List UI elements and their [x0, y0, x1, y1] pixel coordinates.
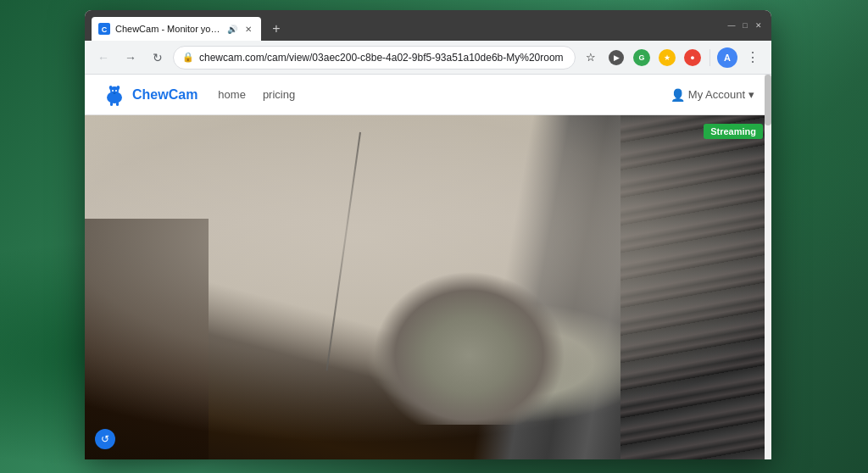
address-bar[interactable]: 🔒 chewcam.com/cam/view/03aec200-c8be-4a0… [173, 46, 576, 70]
ext-green-icon: G [633, 49, 650, 66]
nav-bar: ← → ↻ 🔒 chewcam.com/cam/view/03aec200-c8… [85, 41, 771, 75]
svg-point-10 [114, 92, 116, 94]
site-header-right: 👤 My Account ▾ [670, 88, 754, 102]
video-frame: Streaming ↺ [85, 115, 771, 459]
ext-green-button[interactable]: G [630, 46, 654, 70]
site-header: ChewCam home pricing 👤 My Account ▾ [85, 75, 771, 115]
my-account-label: My Account [688, 88, 745, 101]
my-account-button[interactable]: My Account ▾ [688, 88, 754, 101]
active-tab[interactable]: C ChewCam - Monitor your p... 🔊 ✕ [92, 17, 261, 41]
tab-favicon: C [98, 23, 110, 35]
svg-text:C: C [102, 25, 108, 34]
forward-button[interactable]: → [119, 46, 142, 70]
account-person-icon: 👤 [670, 88, 685, 102]
my-account-arrow: ▾ [748, 88, 754, 101]
svg-point-8 [112, 90, 114, 92]
ext-red-icon: ● [684, 49, 701, 66]
scrollbar-thumb[interactable] [765, 75, 771, 125]
tab-audio-icon: 🔊 [227, 25, 237, 34]
svg-rect-6 [110, 102, 113, 106]
window-controls: — □ ✕ [726, 19, 765, 31]
back-button[interactable]: ← [92, 46, 115, 70]
ext-play-button[interactable]: ▶ [604, 46, 628, 70]
scrollbar-track [765, 75, 771, 459]
svg-rect-7 [116, 102, 119, 106]
ext-star-button[interactable]: ★ [655, 46, 679, 70]
profile-avatar: A [717, 47, 737, 68]
website-content: ChewCam home pricing 👤 My Account ▾ [85, 75, 771, 459]
reload-button[interactable]: ↻ [146, 46, 170, 70]
streaming-badge: Streaming [704, 124, 763, 139]
bookmark-button[interactable]: ☆ [579, 46, 603, 70]
svg-point-9 [115, 90, 117, 92]
tab-bar: C ChewCam - Monitor your p... 🔊 ✕ + [92, 10, 726, 41]
nav-separator [709, 49, 710, 66]
url-text: chewcam.com/cam/view/03aec200-c8be-4a02-… [199, 52, 566, 64]
nav-pricing-link[interactable]: pricing [263, 88, 295, 101]
close-button[interactable]: ✕ [753, 19, 765, 31]
site-nav: home pricing [218, 88, 295, 101]
video-container: Streaming ↺ [85, 115, 771, 459]
browser-window: C ChewCam - Monitor your p... 🔊 ✕ + — □ … [85, 10, 771, 459]
minimize-button[interactable]: — [726, 19, 737, 31]
lock-icon: 🔒 [182, 52, 194, 63]
ext-red-button[interactable]: ● [681, 46, 704, 70]
nav-actions: ☆ ▶ G ★ ● A ⋮ [579, 46, 765, 70]
maximize-button[interactable]: □ [739, 19, 751, 31]
site-logo: ChewCam [102, 82, 198, 108]
cat-face [373, 270, 565, 426]
nav-home-link[interactable]: home [218, 88, 246, 101]
more-button[interactable]: ⋮ [741, 46, 765, 70]
site-logo-text: ChewCam [132, 87, 198, 103]
tab-title: ChewCam - Monitor your p... [115, 24, 222, 34]
logo-dog-icon [102, 82, 127, 108]
tab-close-button[interactable]: ✕ [242, 23, 254, 35]
ext-star-icon: ★ [659, 49, 676, 66]
title-bar: C ChewCam - Monitor your p... 🔊 ✕ + — □ … [85, 10, 771, 41]
refresh-button[interactable]: ↺ [95, 429, 115, 449]
new-tab-button[interactable]: + [264, 17, 288, 41]
profile-button[interactable]: A [715, 46, 739, 70]
